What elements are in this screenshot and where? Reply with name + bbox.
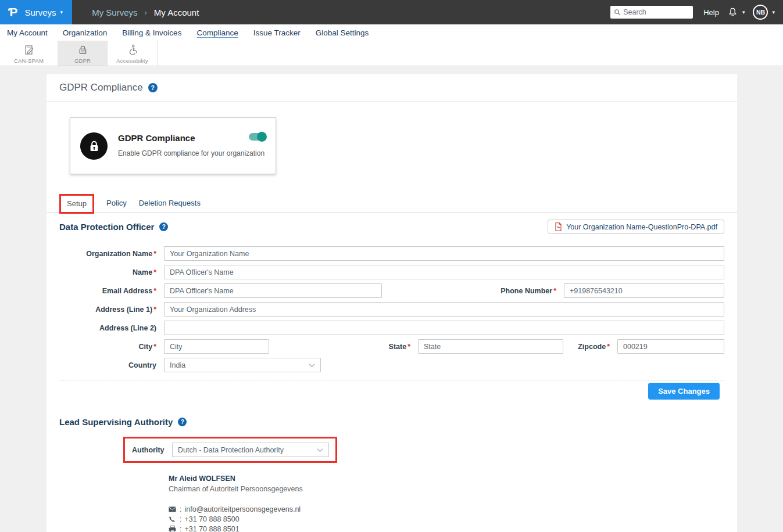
contact-fax: +31 70 888 8501 bbox=[184, 525, 239, 532]
breadcrumb-my-surveys[interactable]: My Surveys bbox=[92, 8, 137, 17]
nav-item-my-account[interactable]: My Account bbox=[7, 28, 48, 37]
page-title: GDPR Compliance bbox=[59, 82, 143, 94]
card-subtitle: Enable GDPR compliance for your organiza… bbox=[118, 149, 264, 157]
compliance-icon-tabs: CAN-SPAM GDPR Accessibility bbox=[0, 41, 783, 66]
organization-name-label: Organization Name* bbox=[59, 250, 164, 258]
email-icon bbox=[169, 506, 178, 512]
pdf-button-label: Your Organization Name-QuestionPro-DPA.p… bbox=[566, 223, 717, 231]
help-link[interactable]: Help bbox=[703, 8, 719, 17]
questionpro-logo-icon: Ƥ bbox=[8, 5, 17, 19]
nav-item-billing-invoices[interactable]: Billing & Invoices bbox=[122, 28, 181, 37]
nav-item-compliance[interactable]: Compliance bbox=[196, 28, 238, 37]
email-address-field[interactable] bbox=[164, 283, 382, 298]
tab-can-spam[interactable]: CAN-SPAM bbox=[0, 41, 58, 66]
zipcode-field[interactable] bbox=[617, 339, 724, 354]
nav-item-organization[interactable]: Organization bbox=[63, 28, 108, 37]
chevron-down-icon bbox=[309, 363, 315, 368]
search-input[interactable] bbox=[623, 8, 689, 16]
phone-number-label: Phone Number* bbox=[382, 287, 564, 295]
nav-item-issue-tracker[interactable]: Issue Tracker bbox=[253, 28, 301, 37]
address-line1-label: Address (Line 1)* bbox=[59, 305, 164, 314]
authority-label: Authority bbox=[132, 446, 164, 454]
notifications-menu[interactable]: ▾ bbox=[727, 7, 745, 18]
authority-select[interactable]: Dutch - Data Protection Authority bbox=[172, 443, 329, 457]
search-icon bbox=[614, 9, 621, 16]
breadcrumb: My Surveys › My Account bbox=[92, 8, 199, 17]
accessibility-icon bbox=[127, 44, 138, 56]
dpo-heading: Data Protection Officer bbox=[59, 222, 154, 232]
authority-contact-card: Mr Aleid WOLFSEN Chairman of Autoriteit … bbox=[169, 475, 724, 532]
contact-name: Mr Aleid WOLFSEN bbox=[169, 475, 724, 483]
help-icon[interactable]: ? bbox=[148, 83, 158, 92]
content-panel: GDPR Compliance ? GDPR Compliance Enable… bbox=[47, 74, 737, 532]
contact-title: Chairman of Autoriteit Persoonsgegevens bbox=[169, 485, 724, 493]
pdf-file-icon bbox=[555, 222, 562, 231]
document-pencil-icon bbox=[23, 44, 35, 56]
lock-icon bbox=[87, 139, 101, 153]
address-line2-field[interactable] bbox=[164, 321, 724, 335]
gdpr-toggle[interactable] bbox=[249, 133, 266, 141]
zipcode-label: Zipcode* bbox=[563, 343, 617, 351]
organization-name-field[interactable] bbox=[164, 246, 724, 261]
city-label: City* bbox=[59, 343, 164, 351]
name-label: Name* bbox=[59, 268, 164, 276]
dpo-save-button[interactable]: Save Changes bbox=[648, 383, 720, 400]
product-switcher[interactable]: Ƥ Surveys ▾ bbox=[0, 0, 72, 24]
email-address-label: Email Address* bbox=[59, 287, 164, 295]
contact-phone: +31 70 888 8500 bbox=[184, 515, 239, 523]
section-divider bbox=[59, 380, 724, 380]
tab-deletion-requests[interactable]: Deletion Requests bbox=[139, 199, 201, 213]
chevron-down-icon: ▾ bbox=[60, 9, 63, 15]
phone-icon bbox=[169, 516, 178, 523]
annotation-box-setup: Setup bbox=[59, 194, 94, 214]
help-icon[interactable]: ? bbox=[159, 222, 168, 231]
authority-selected-value: Dutch - Data Protection Authority bbox=[178, 446, 284, 454]
tab-policy[interactable]: Policy bbox=[106, 199, 127, 213]
country-select[interactable]: India bbox=[164, 358, 321, 372]
gdpr-subtabs: Setup Policy Deletion Requests bbox=[47, 194, 737, 213]
country-label: Country bbox=[59, 361, 164, 369]
top-navbar: Ƥ Surveys ▾ My Surveys › My Account Help… bbox=[0, 0, 783, 24]
nav-item-global-settings[interactable]: Global Settings bbox=[316, 28, 369, 37]
lock-badge bbox=[80, 132, 108, 160]
tab-setup[interactable]: Setup bbox=[67, 199, 87, 208]
lsa-heading: Lead Supervising Authority bbox=[59, 417, 173, 427]
dpo-section: Data Protection Officer ? Your Organizat… bbox=[47, 220, 737, 400]
tab-label: Accessibility bbox=[116, 57, 148, 64]
state-field[interactable] bbox=[418, 339, 563, 354]
breadcrumb-my-account: My Account bbox=[154, 8, 199, 17]
tab-accessibility[interactable]: Accessibility bbox=[108, 41, 158, 66]
address-line1-field[interactable] bbox=[164, 302, 724, 317]
help-icon[interactable]: ? bbox=[178, 418, 187, 426]
phone-number-field[interactable] bbox=[564, 283, 724, 298]
product-menu-label: Surveys bbox=[24, 8, 56, 17]
account-nav: My Account Organization Billing & Invoic… bbox=[0, 24, 783, 41]
page-background: GDPR Compliance ? GDPR Compliance Enable… bbox=[0, 66, 783, 532]
state-label: State* bbox=[269, 343, 418, 351]
dpa-officer-name-field[interactable] bbox=[164, 265, 724, 279]
city-field[interactable] bbox=[164, 339, 269, 354]
dpa-pdf-button[interactable]: Your Organization Name-QuestionPro-DPA.p… bbox=[548, 220, 724, 234]
fax-icon bbox=[169, 526, 178, 532]
account-menu[interactable]: NB ▾ bbox=[753, 5, 775, 20]
card-title: GDPR Compliance bbox=[118, 133, 264, 143]
contact-email: info@autoriteitpersoonsgegevens.nl bbox=[184, 505, 301, 513]
country-selected-value: India bbox=[170, 361, 185, 369]
tab-label: CAN-SPAM bbox=[14, 57, 44, 64]
address-line2-label: Address (Line 2) bbox=[59, 324, 164, 332]
chevron-down-icon: ▾ bbox=[742, 9, 745, 15]
tab-gdpr[interactable]: GDPR bbox=[58, 41, 108, 66]
toggle-knob bbox=[257, 132, 267, 142]
gdpr-compliance-card: GDPR Compliance Enable GDPR compliance f… bbox=[70, 117, 276, 174]
dpo-form: Organization Name* Name* Email Address* … bbox=[59, 246, 724, 372]
avatar: NB bbox=[753, 5, 768, 20]
bell-icon bbox=[727, 7, 738, 18]
page-header: GDPR Compliance ? bbox=[47, 74, 737, 102]
padlock-icon bbox=[77, 44, 88, 56]
chevron-down-icon bbox=[317, 448, 323, 452]
annotation-box-authority: Authority Dutch - Data Protection Author… bbox=[123, 437, 337, 463]
search-box[interactable] bbox=[610, 6, 693, 19]
chevron-down-icon: ▾ bbox=[772, 9, 775, 15]
tab-label: GDPR bbox=[74, 57, 91, 64]
breadcrumb-separator-icon: › bbox=[145, 8, 147, 17]
